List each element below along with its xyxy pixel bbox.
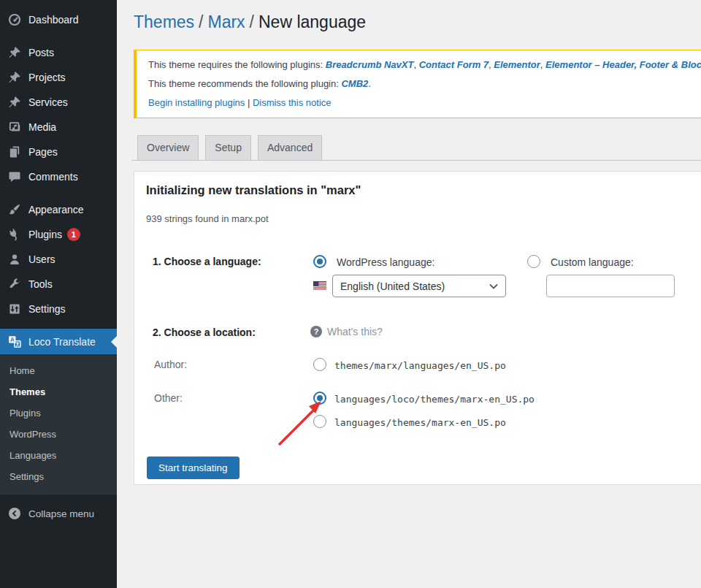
language-select-value: English (United States) — [340, 280, 445, 292]
sidebar-item-appearance[interactable]: Appearance — [0, 197, 117, 222]
plugin-link-elementor-hfb[interactable]: Elementor – Header, Footer & Blocks Te — [545, 59, 701, 70]
red-annotation-arrow-icon — [273, 395, 332, 449]
custom-language-label: Custom language: — [551, 256, 634, 268]
strings-found-text: 939 strings found in marx.pot — [146, 213, 269, 224]
plugin-link-elementor[interactable]: Elementor — [494, 59, 540, 70]
sidebar-item-label: Loco Translate — [28, 336, 96, 348]
new-language-panel: Initializing new translations in "marx" … — [134, 171, 701, 485]
plugin-required-notice: This theme requires the following plugin… — [134, 50, 701, 118]
start-translating-button[interactable]: Start translating — [147, 457, 240, 479]
dashboard-icon — [7, 12, 22, 27]
sidebar-item-media[interactable]: Media — [0, 115, 117, 140]
sidebar-item-plugins[interactable]: Plugins 1 — [0, 222, 117, 247]
sidebar-item-label: Posts — [28, 47, 54, 58]
breadcrumb-separator: / — [194, 12, 207, 31]
other-location-label: Other: — [154, 392, 183, 404]
notice-actions: Begin installing plugins | Dismiss this … — [148, 93, 701, 112]
themes-location-path: languages/themes/marx-en_US.po — [334, 417, 506, 428]
collapse-menu-label: Collapse menu — [28, 508, 94, 519]
menu-separator — [0, 32, 117, 40]
breadcrumb-separator: / — [245, 12, 258, 31]
sidebar-item-pages[interactable]: Pages — [0, 140, 117, 164]
submenu-item-settings[interactable]: Settings — [0, 466, 117, 487]
wordpress-language-radio[interactable] — [313, 255, 326, 268]
choose-location-label: 2. Choose a location: — [153, 327, 256, 338]
comments-icon — [7, 169, 22, 184]
users-icon — [7, 252, 22, 267]
paintbrush-icon — [7, 202, 22, 217]
notice-separator: , — [540, 59, 545, 70]
sidebar-item-settings[interactable]: Settings — [0, 297, 117, 321]
sidebar-item-posts[interactable]: Posts — [0, 40, 117, 65]
sidebar-item-label: Pages — [28, 146, 58, 158]
pushpin-icon — [7, 45, 22, 60]
loco-location-path: languages/loco/themes/marx-en_US.po — [334, 394, 535, 405]
plugin-link-breadcrumb-navxt[interactable]: Breadcrumb NavXT — [326, 59, 414, 70]
submenu-item-wordpress[interactable]: WordPress — [0, 424, 117, 445]
breadcrumb-link-marx[interactable]: Marx — [207, 12, 245, 31]
submenu-item-languages[interactable]: Languages — [0, 445, 117, 466]
notice-line-required: This theme requires the following plugin… — [148, 56, 701, 75]
sidebar-item-label: Plugins — [28, 229, 62, 240]
svg-text:A: A — [10, 335, 15, 343]
begin-installing-plugins-link[interactable]: Begin installing plugins — [148, 97, 245, 108]
us-flag-icon — [313, 281, 326, 290]
pages-icon — [7, 145, 22, 159]
author-location-path: themes/marx/languages/en_US.po — [334, 360, 506, 371]
loco-translate-submenu: Home Themes Plugins WordPress Languages … — [0, 354, 117, 495]
sidebar-item-comments[interactable]: Comments — [0, 164, 117, 189]
sidebar-item-label: Tools — [28, 278, 53, 290]
chevron-down-icon — [489, 283, 498, 289]
page-title: New language — [258, 12, 366, 31]
tab-overview[interactable]: Overview — [137, 135, 199, 161]
whats-this-link[interactable]: ? What's this? — [310, 326, 383, 337]
language-select[interactable]: English (United States) — [332, 275, 506, 297]
submenu-item-themes[interactable]: Themes — [0, 381, 117, 402]
notice-line-recommended: This theme recommends the following plug… — [148, 75, 701, 93]
notice-action-separator: | — [245, 97, 253, 108]
whats-this-label: What's this? — [327, 326, 383, 337]
custom-language-radio[interactable] — [527, 255, 540, 268]
sidebar-item-loco-translate[interactable]: A Loco Translate — [0, 329, 117, 354]
pushpin-icon — [7, 95, 22, 110]
tab-advanced[interactable]: Advanced — [258, 135, 322, 161]
help-icon: ? — [310, 326, 322, 337]
notice-period: . — [368, 78, 371, 89]
sidebar-item-label: Comments — [28, 171, 78, 183]
plugin-link-cmb2[interactable]: CMB2 — [341, 78, 368, 89]
breadcrumb-link-themes[interactable]: Themes — [134, 12, 194, 31]
author-location-label: Author: — [154, 359, 187, 370]
tab-setup[interactable]: Setup — [205, 135, 251, 161]
sidebar-item-services[interactable]: Services — [0, 90, 117, 115]
menu-separator — [0, 189, 117, 197]
sidebar-item-label: Projects — [28, 72, 66, 83]
submenu-item-plugins[interactable]: Plugins — [0, 402, 117, 424]
wordpress-admin-screen: Dashboard Posts Projects Services Media — [0, 0, 701, 588]
plugin-icon — [7, 227, 22, 242]
notice-required-prefix: This theme requires the following plugin… — [148, 59, 326, 70]
sidebar-item-label: Settings — [28, 303, 66, 315]
dismiss-notice-link[interactable]: Dismiss this notice — [253, 97, 332, 108]
submenu-item-home[interactable]: Home — [0, 360, 117, 381]
collapse-menu-button[interactable]: Collapse menu — [0, 501, 117, 526]
plugin-link-contact-form-7[interactable]: Contact Form 7 — [419, 59, 489, 70]
sidebar-item-dashboard[interactable]: Dashboard — [0, 7, 117, 32]
panel-heading: Initializing new translations in "marx" — [146, 183, 361, 197]
notice-separator: , — [413, 59, 418, 70]
choose-language-label: 1. Choose a language: — [153, 256, 261, 267]
sidebar-item-label: Services — [28, 96, 68, 108]
sidebar-item-label: Media — [28, 121, 56, 133]
pushpin-icon — [7, 70, 22, 85]
collapse-arrow-icon — [7, 506, 22, 521]
author-location-radio[interactable] — [313, 358, 326, 371]
sidebar-item-users[interactable]: Users — [0, 247, 117, 272]
media-icon — [7, 120, 22, 134]
sidebar-item-label: Appearance — [28, 204, 84, 215]
sidebar-item-tools[interactable]: Tools — [0, 272, 117, 297]
sidebar-item-projects[interactable]: Projects — [0, 65, 117, 90]
notice-recommended-prefix: This theme recommends the following plug… — [148, 78, 341, 89]
tab-bar: Overview Setup Advanced — [137, 135, 322, 161]
custom-language-input[interactable] — [546, 275, 675, 297]
translate-icon: A — [7, 335, 22, 349]
sidebar-item-label: Dashboard — [28, 14, 79, 26]
